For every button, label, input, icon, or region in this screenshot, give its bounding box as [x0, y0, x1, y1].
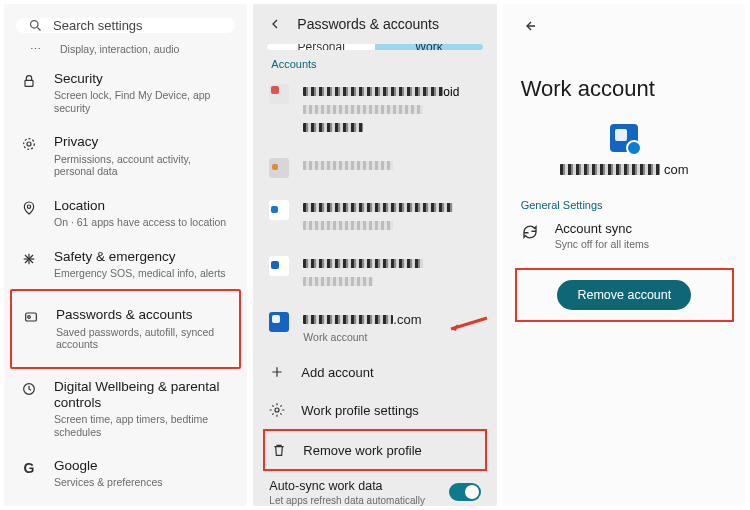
account-name-redacted	[303, 315, 393, 324]
gear-icon	[269, 402, 285, 418]
account-email-suffix: com	[664, 162, 689, 177]
account-sync-row[interactable]: Account sync Sync off for all items	[503, 213, 746, 264]
account-avatar	[269, 158, 289, 178]
settings-title: Security	[54, 71, 233, 87]
account-row[interactable]	[253, 244, 496, 300]
asterisk-icon	[21, 251, 37, 267]
trash-icon	[271, 442, 287, 458]
tab-work[interactable]: Work	[375, 44, 483, 50]
wellbeing-icon	[21, 381, 37, 397]
settings-item-security[interactable]: Security Screen lock, Find My Device, ap…	[4, 61, 247, 124]
svg-line-1	[37, 27, 40, 30]
location-icon	[21, 200, 37, 216]
svg-point-19	[275, 408, 279, 412]
account-sync-sub: Sync off for all items	[555, 238, 649, 250]
settings-item-safety[interactable]: Safety & emergency Emergency SOS, medica…	[4, 239, 247, 290]
remove-work-profile-row[interactable]: Remove work profile	[265, 431, 484, 469]
back-icon[interactable]	[521, 18, 537, 34]
add-account-row[interactable]: Add account	[253, 353, 496, 391]
settings-item-location[interactable]: Location On · 61 apps have access to loc…	[4, 188, 247, 239]
page-title: Passwords & accounts	[297, 16, 439, 32]
settings-sub: Screen time, app timers, bedtime schedul…	[54, 413, 233, 438]
settings-sub: Saved passwords, autofill, synced accoun…	[56, 326, 231, 351]
work-profile-settings-row[interactable]: Work profile settings	[253, 391, 496, 429]
work-account-detail-pane: Work account com General Settings Accoun…	[503, 4, 746, 506]
auto-sync-title: Auto-sync work data	[269, 479, 425, 493]
settings-title: Location	[54, 198, 233, 214]
account-name-redacted	[303, 203, 453, 212]
remove-account-button[interactable]: Remove account	[557, 280, 691, 310]
svg-rect-2	[25, 80, 33, 86]
settings-title: Safety & emergency	[54, 249, 233, 265]
settings-item-google[interactable]: G Google Services & preferences	[4, 448, 247, 499]
back-icon[interactable]	[267, 16, 283, 32]
account-name-redacted	[303, 161, 393, 170]
truncated-item[interactable]: ⋯ Display, interaction, audio	[4, 41, 247, 61]
page-title: Work account	[503, 52, 746, 118]
settings-main-pane: Search settings ⋯ Display, interaction, …	[4, 4, 247, 506]
svg-point-5	[27, 205, 30, 208]
work-account-badge-icon	[610, 124, 638, 152]
key-account-icon	[23, 309, 39, 325]
ellipsis-icon: ⋯	[24, 43, 46, 55]
section-accounts-label: Accounts	[253, 54, 496, 72]
highlight-remove-account: Remove account	[515, 268, 734, 322]
add-account-label: Add account	[301, 365, 373, 380]
auto-sync-sub: Let apps refresh data automatically	[269, 495, 425, 506]
account-avatar	[269, 256, 289, 276]
settings-item-wellbeing[interactable]: Digital Wellbeing & parental controls Sc…	[4, 369, 247, 449]
account-name-redacted	[303, 87, 443, 96]
tab-personal[interactable]: Personal	[267, 44, 375, 50]
privacy-icon	[21, 136, 37, 152]
google-icon: G	[18, 458, 40, 476]
settings-sub: Screen lock, Find My Device, app securit…	[54, 89, 233, 114]
sync-icon	[521, 223, 539, 241]
work-account-domain: .com	[393, 312, 421, 327]
lock-icon	[21, 73, 37, 89]
auto-sync-row[interactable]: Auto-sync work data Let apps refresh dat…	[253, 471, 496, 506]
settings-sub: Permissions, account activity, personal …	[54, 153, 233, 178]
work-account-sub: Work account	[303, 331, 480, 343]
highlight-remove-work-profile: Remove work profile	[263, 429, 486, 471]
truncated-sub: Display, interaction, audio	[60, 43, 179, 55]
svg-point-3	[27, 142, 31, 146]
passwords-accounts-pane: Passwords & accounts Personal Work Accou…	[253, 4, 496, 506]
settings-title: Privacy	[54, 134, 233, 150]
search-settings[interactable]: Search settings	[16, 18, 235, 33]
settings-item-privacy[interactable]: Privacy Permissions, account activity, p…	[4, 124, 247, 187]
search-icon	[28, 18, 43, 33]
account-avatar	[269, 200, 289, 220]
auto-sync-toggle[interactable]	[449, 483, 481, 501]
topbar	[503, 4, 746, 52]
account-email-redacted	[560, 164, 660, 175]
account-sub-redacted	[303, 105, 423, 114]
account-row[interactable]: oid	[253, 72, 496, 146]
section-general-label: General Settings	[503, 195, 746, 213]
profile-tabs: Personal Work	[267, 44, 482, 50]
settings-title: Google	[54, 458, 233, 474]
settings-sub: On · 61 apps have access to location	[54, 216, 233, 229]
remove-work-profile-label: Remove work profile	[303, 443, 422, 458]
annotation-arrow	[445, 316, 489, 332]
settings-title: Passwords & accounts	[56, 307, 231, 323]
search-placeholder: Search settings	[53, 18, 143, 33]
account-sync-title: Account sync	[555, 221, 649, 236]
work-account-row[interactable]: .com Work account	[253, 300, 496, 353]
plus-icon	[269, 364, 285, 380]
svg-point-0	[31, 21, 39, 29]
settings-sub: Services & preferences	[54, 476, 233, 489]
account-row[interactable]	[253, 188, 496, 244]
account-sub-redacted	[303, 123, 363, 132]
settings-item-passwords-accounts[interactable]: Passwords & accounts Saved passwords, au…	[20, 297, 231, 360]
account-sub-redacted	[303, 277, 373, 286]
work-profile-settings-label: Work profile settings	[301, 403, 419, 418]
topbar: Passwords & accounts	[253, 4, 496, 40]
account-sub-redacted	[303, 221, 393, 230]
settings-item-system[interactable]: System Languages, gestures, time, backup	[4, 499, 247, 506]
highlight-passwords-accounts: Passwords & accounts Saved passwords, au…	[10, 289, 241, 368]
account-row[interactable]	[253, 146, 496, 188]
settings-sub: Emergency SOS, medical info, alerts	[54, 267, 233, 280]
svg-point-11	[28, 316, 31, 319]
account-avatar	[269, 84, 289, 104]
svg-point-4	[24, 139, 35, 150]
